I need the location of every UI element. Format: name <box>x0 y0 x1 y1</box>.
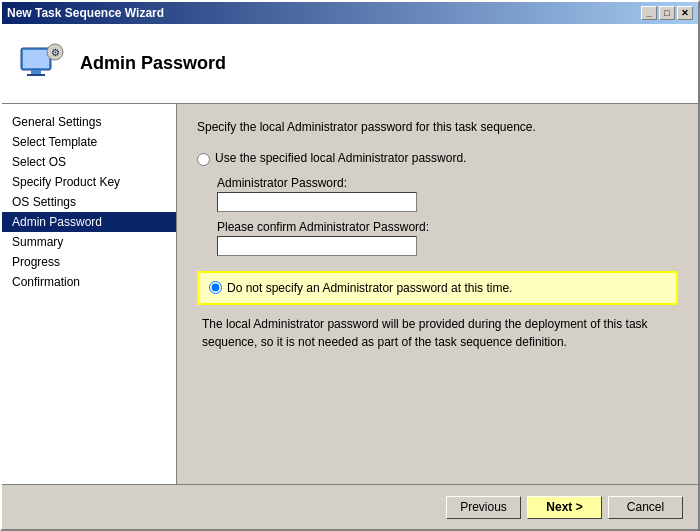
content-description: Specify the local Administrator password… <box>197 119 678 136</box>
computer-wizard-icon: ⚙ <box>17 40 65 88</box>
password-input[interactable] <box>217 192 417 212</box>
previous-button[interactable]: Previous <box>446 496 521 519</box>
sidebar-item-select-os[interactable]: Select OS <box>2 152 176 172</box>
sidebar-item-summary[interactable]: Summary <box>2 232 176 252</box>
confirm-password-input[interactable] <box>217 236 417 256</box>
sidebar-item-admin-password[interactable]: Admin Password <box>2 212 176 232</box>
sidebar: General Settings Select Template Select … <box>2 104 177 484</box>
highlight-box: Do not specify an Administrator password… <box>197 271 678 305</box>
sidebar-item-confirmation[interactable]: Confirmation <box>2 272 176 292</box>
minimize-button[interactable]: _ <box>641 6 657 20</box>
password-fields-group: Administrator Password: <box>217 176 678 212</box>
cancel-button[interactable]: Cancel <box>608 496 683 519</box>
password-field-label: Administrator Password: <box>217 176 678 190</box>
radio-do-not-specify[interactable] <box>209 281 222 294</box>
radio-option-2-container: Do not specify an Administrator password… <box>209 281 666 295</box>
wizard-icon-container: ⚙ <box>17 40 65 88</box>
title-bar-buttons: _ □ ✕ <box>641 6 693 20</box>
next-button[interactable]: Next > <box>527 496 602 519</box>
wizard-window: New Task Sequence Wizard _ □ ✕ ⚙ Admin P… <box>0 0 700 531</box>
wizard-header: ⚙ Admin Password <box>2 24 698 104</box>
close-button[interactable]: ✕ <box>677 6 693 20</box>
title-bar: New Task Sequence Wizard _ □ ✕ <box>2 2 698 24</box>
sidebar-item-progress[interactable]: Progress <box>2 252 176 272</box>
confirm-password-label: Please confirm Administrator Password: <box>217 220 678 234</box>
page-title: Admin Password <box>80 53 226 74</box>
sidebar-item-specify-product-key[interactable]: Specify Product Key <box>2 172 176 192</box>
svg-rect-2 <box>31 70 41 74</box>
wizard-footer: Previous Next > Cancel <box>2 484 698 529</box>
radio-option2-label[interactable]: Do not specify an Administrator password… <box>227 281 512 295</box>
radio-option1-label[interactable]: Use the specified local Administrator pa… <box>215 151 466 165</box>
confirm-password-fields-group: Please confirm Administrator Password: <box>217 220 678 256</box>
window-title: New Task Sequence Wizard <box>7 6 164 20</box>
sidebar-item-os-settings[interactable]: OS Settings <box>2 192 176 212</box>
content-area: Specify the local Administrator password… <box>177 104 698 484</box>
maximize-button[interactable]: □ <box>659 6 675 20</box>
svg-rect-3 <box>27 74 45 76</box>
svg-text:⚙: ⚙ <box>51 47 60 58</box>
radio-use-specified[interactable] <box>197 153 210 166</box>
sidebar-item-general-settings[interactable]: General Settings <box>2 112 176 132</box>
svg-rect-1 <box>23 50 49 68</box>
wizard-body: General Settings Select Template Select … <box>2 104 698 484</box>
note-text: The local Administrator password will be… <box>202 315 678 351</box>
radio-option-1-container: Use the specified local Administrator pa… <box>197 151 678 166</box>
sidebar-item-select-template[interactable]: Select Template <box>2 132 176 152</box>
